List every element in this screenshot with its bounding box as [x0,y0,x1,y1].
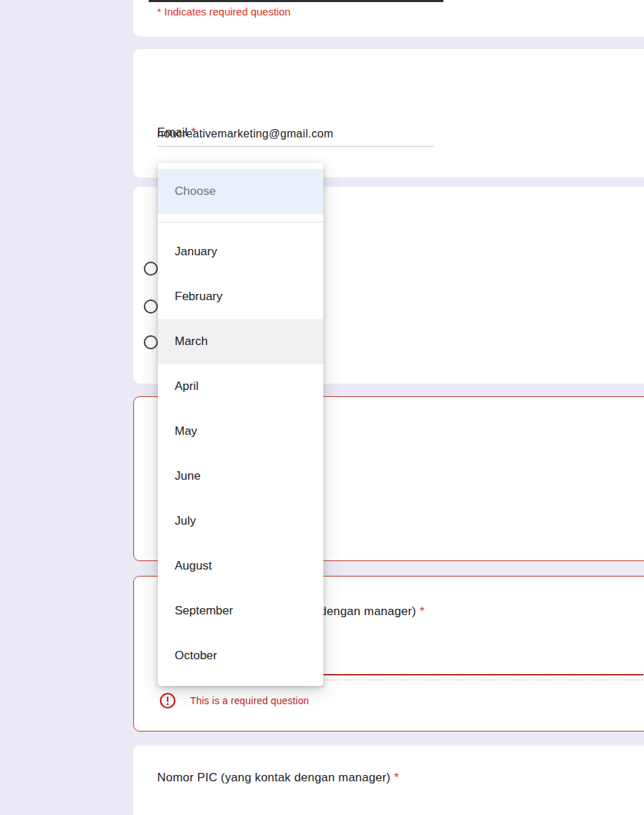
menu-option-january[interactable]: January [158,229,323,274]
error-row: This is a required question [159,692,309,709]
radio-option-icon[interactable] [144,299,158,314]
email-input[interactable]: noucreativemarketing@gmail.com [157,128,333,140]
phone-question-card: Nomor PIC (yang kontak dengan manager)* [133,746,644,815]
menu-option-february[interactable]: February [158,274,323,319]
month-dropdown-menu: Choose January February March April May … [158,163,323,686]
menu-option-choose[interactable]: Choose [158,169,323,214]
email-input-underline [157,146,434,147]
menu-option-july[interactable]: July [158,499,323,544]
menu-option-september[interactable]: September [158,588,323,633]
menu-divider [158,222,323,222]
required-asterisk: * [416,605,424,618]
header-image-edge [149,0,443,2]
email-question-card: Email* noucreativemarketing@gmail.com [133,49,644,177]
menu-option-october[interactable]: October [158,633,323,678]
radio-option-icon[interactable] [144,262,158,276]
google-form-page: * Indicates required question Email* nou… [0,0,644,815]
radio-option-icon[interactable] [144,335,158,349]
menu-option-march[interactable]: March [158,319,323,364]
menu-option-april[interactable]: April [158,364,323,409]
menu-option-august[interactable]: August [158,544,323,588]
menu-option-june[interactable]: June [158,454,323,499]
question-title-partial: dengan manager)* [320,605,424,619]
error-message: This is a required question [190,695,309,706]
form-header-card: * Indicates required question [133,0,644,36]
phone-question-title: Nomor PIC (yang kontak dengan manager)* [157,771,399,785]
error-exclamation-icon [159,692,176,709]
required-note: * Indicates required question [157,6,290,18]
menu-option-may[interactable]: May [158,409,323,454]
required-asterisk: * [391,771,399,784]
